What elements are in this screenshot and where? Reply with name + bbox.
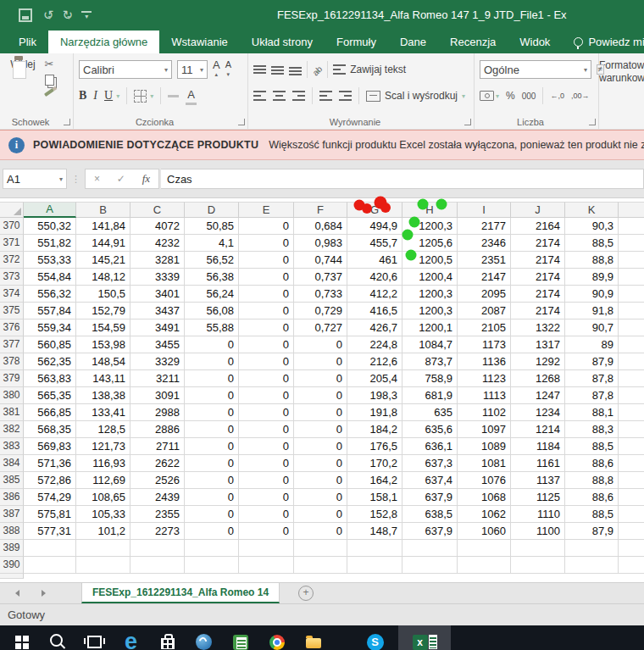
tab-wstawianie[interactable]: Wstawianie: [159, 31, 239, 53]
cell[interactable]: 88,8: [565, 252, 619, 269]
cell[interactable]: 420,6: [347, 269, 402, 286]
taskbar-microsoft-store-button[interactable]: [149, 625, 186, 650]
borders-button[interactable]: [134, 90, 147, 103]
copy-button[interactable]: [45, 75, 54, 86]
cell[interactable]: 56,38: [185, 269, 239, 286]
column-header-K[interactable]: K: [565, 202, 619, 218]
cell[interactable]: 0,729: [294, 303, 347, 319]
cell[interactable]: 88,8: [565, 472, 619, 489]
redo-button[interactable]: ↻▾: [63, 8, 71, 23]
taskbar-notebook-app-button[interactable]: [222, 625, 258, 650]
cell[interactable]: 455,7: [347, 235, 402, 252]
cell[interactable]: 0,727: [294, 319, 347, 336]
cell[interactable]: 461: [347, 252, 402, 269]
cell[interactable]: [619, 455, 644, 472]
cell[interactable]: 758,9: [402, 370, 458, 387]
sheet-tab[interactable]: FESExp_1612291134_Alfa Romeo 14: [81, 583, 280, 603]
cell[interactable]: 2622: [130, 455, 185, 472]
cell[interactable]: 1062: [458, 506, 511, 523]
cell[interactable]: 154,59: [76, 319, 130, 336]
cell[interactable]: 2355: [130, 506, 185, 523]
cell[interactable]: 873,7: [402, 353, 458, 370]
cell[interactable]: 56,52: [185, 252, 239, 269]
cell[interactable]: 1322: [511, 319, 565, 336]
cell[interactable]: 1247: [511, 387, 565, 404]
cell[interactable]: 0: [239, 370, 294, 387]
bold-button[interactable]: B: [79, 89, 86, 103]
column-header-J[interactable]: J: [511, 202, 565, 218]
row-header-378[interactable]: 378: [0, 353, 24, 370]
cell[interactable]: 1110: [511, 506, 565, 523]
align-center-icon[interactable]: [273, 91, 286, 101]
cell[interactable]: 572,86: [24, 472, 76, 489]
cell[interactable]: 112,69: [76, 472, 130, 489]
cell[interactable]: 141,84: [76, 218, 130, 235]
tab-formuly[interactable]: Formuły: [325, 31, 388, 53]
underline-button[interactable]: U: [104, 89, 113, 103]
column-header-I[interactable]: I: [458, 202, 511, 218]
cell[interactable]: 90,9: [565, 286, 619, 303]
cell[interactable]: [619, 472, 644, 489]
cell[interactable]: 638,5: [402, 506, 458, 523]
cell[interactable]: [619, 370, 644, 387]
cell[interactable]: 1200,3: [402, 303, 458, 319]
cell[interactable]: 158,1: [347, 489, 402, 506]
cell[interactable]: [458, 557, 511, 574]
taskbar-excel-button[interactable]: x: [398, 625, 451, 650]
cell[interactable]: 3281: [130, 252, 185, 269]
cell[interactable]: 2105: [458, 319, 511, 336]
row-header-372[interactable]: 372: [0, 252, 24, 269]
cell[interactable]: 2273: [130, 523, 185, 540]
cell[interactable]: 0: [239, 269, 294, 286]
cell[interactable]: 91,8: [565, 303, 619, 319]
taskbar-windows-start-button[interactable]: [3, 625, 40, 650]
cell[interactable]: 2174: [511, 286, 565, 303]
cell[interactable]: 569,83: [24, 438, 76, 455]
cell[interactable]: 0: [294, 336, 347, 353]
cell[interactable]: 1068: [458, 489, 511, 506]
cell[interactable]: [239, 540, 294, 557]
cell[interactable]: 56,08: [185, 303, 239, 319]
cell[interactable]: 0,744: [294, 252, 347, 269]
cell[interactable]: 170,2: [347, 455, 402, 472]
cell[interactable]: 0: [185, 489, 239, 506]
font-name-select[interactable]: Calibri▾: [79, 60, 172, 79]
italic-button[interactable]: I: [93, 89, 97, 103]
accounting-format-button[interactable]: ▾: [480, 91, 499, 101]
cell[interactable]: 0: [294, 353, 347, 370]
cell[interactable]: 88,6: [565, 455, 619, 472]
cell[interactable]: [294, 557, 347, 574]
cell[interactable]: 2526: [130, 472, 185, 489]
cell[interactable]: 2439: [130, 489, 185, 506]
cell[interactable]: 0: [185, 370, 239, 387]
cell[interactable]: [458, 540, 511, 557]
cell[interactable]: 2886: [130, 421, 185, 438]
cell[interactable]: [511, 540, 565, 557]
cell[interactable]: 0: [185, 404, 239, 421]
cell[interactable]: 0: [239, 472, 294, 489]
cell[interactable]: 1081: [458, 455, 511, 472]
taskbar-chrome-button[interactable]: [258, 625, 295, 650]
cell[interactable]: 1200,3: [402, 286, 458, 303]
cell[interactable]: 148,7: [347, 523, 402, 540]
cell[interactable]: 637,3: [402, 455, 458, 472]
undo-button[interactable]: ↺▾: [43, 8, 52, 23]
cell[interactable]: 121,73: [76, 438, 130, 455]
cell[interactable]: 4,1: [185, 235, 239, 252]
cell[interactable]: 554,84: [24, 269, 76, 286]
cell[interactable]: [619, 286, 644, 303]
cell[interactable]: 0: [185, 506, 239, 523]
cell[interactable]: 0: [294, 523, 347, 540]
tab-recenzja[interactable]: Recenzja: [438, 31, 508, 53]
taskbar-thunderbird-button[interactable]: [186, 625, 222, 650]
column-header-C[interactable]: C: [130, 202, 185, 218]
cell[interactable]: [619, 421, 644, 438]
row-header-386[interactable]: 386: [0, 489, 24, 506]
cell[interactable]: 3437: [130, 303, 185, 319]
row-header-380[interactable]: 380: [0, 387, 24, 404]
cell[interactable]: 1200,4: [402, 269, 458, 286]
row-header-389[interactable]: 389: [0, 540, 24, 557]
increase-decimal-button[interactable]: ←,0: [550, 92, 564, 100]
cell[interactable]: 108,65: [76, 489, 130, 506]
row-header-387[interactable]: 387: [0, 506, 24, 523]
